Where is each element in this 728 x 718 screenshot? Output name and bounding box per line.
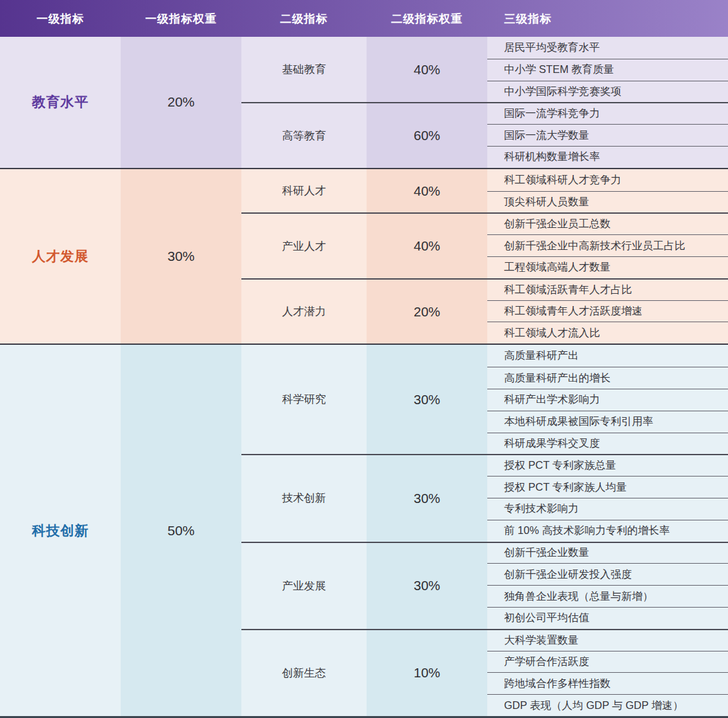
level2-name-cell: 技术创新 bbox=[241, 454, 367, 541]
level3-item-cell: 高质量科研产出的增长 bbox=[487, 367, 728, 389]
level3-item-cell: 国际一流学科竞争力 bbox=[487, 102, 728, 124]
level2-name-cell: 高等教育 bbox=[241, 102, 367, 167]
level2-name-cell: 人才潜力 bbox=[241, 278, 367, 344]
level3-item-cell: 独角兽企业表现（总量与新增） bbox=[487, 585, 728, 607]
level3-item-cell: 高质量科研产出 bbox=[487, 345, 728, 367]
table-body: 教育水平20%基础教育40%居民平均受教育水平中小学 STEM 教育质量中小学国… bbox=[0, 37, 728, 718]
level3-item-cell: 工程领域高端人才数量 bbox=[487, 256, 728, 278]
level1-name-cell: 人才发展 bbox=[0, 169, 121, 344]
level2-name-cell: 创新生态 bbox=[241, 629, 367, 716]
section-3: 科技创新50%科学研究30%高质量科研产出高质量科研产出的增长科研产出学术影响力… bbox=[0, 344, 728, 716]
level1-name-cell: 科技创新 bbox=[0, 345, 121, 716]
level2-name-cell: 科研人才 bbox=[241, 169, 367, 213]
header-col-level2-weight: 二级指标权重 bbox=[367, 11, 487, 26]
level3-item-cell: 初创公司平均估值 bbox=[487, 607, 728, 629]
level1-name-cell: 教育水平 bbox=[0, 37, 121, 168]
level3-item-cell: 顶尖科研人员数量 bbox=[487, 191, 728, 213]
level2-weight-cell: 40% bbox=[367, 212, 487, 278]
level2-name-cell: 产业发展 bbox=[241, 542, 367, 629]
level2-weight-cell: 10% bbox=[367, 629, 487, 716]
level2-weight-cell: 30% bbox=[367, 542, 487, 629]
level3-item-cell: 居民平均受教育水平 bbox=[487, 37, 728, 59]
level2-weight-cell: 40% bbox=[367, 169, 487, 213]
level3-item-cell: 创新千强企业中高新技术行业员工占比 bbox=[487, 234, 728, 256]
section-1: 教育水平20%基础教育40%居民平均受教育水平中小学 STEM 教育质量中小学国… bbox=[0, 37, 728, 168]
section-2: 人才发展30%科研人才40%科工领域科研人才竞争力顶尖科研人员数量产业人才40%… bbox=[0, 168, 728, 344]
level1-weight-cell: 20% bbox=[121, 37, 241, 168]
level2-name-cell: 基础教育 bbox=[241, 37, 367, 102]
level2-weight-cell: 60% bbox=[367, 102, 487, 167]
level3-item-cell: 创新千强企业研发投入强度 bbox=[487, 563, 728, 585]
level3-item-cell: 科研产出学术影响力 bbox=[487, 389, 728, 411]
level2-weight-cell: 40% bbox=[367, 37, 487, 102]
level3-item-cell: 大科学装置数量 bbox=[487, 629, 728, 651]
level3-item-cell: 科工领域活跃青年人才占比 bbox=[487, 278, 728, 300]
level3-item-cell: 跨地域合作多样性指数 bbox=[487, 672, 728, 694]
level3-item-cell: 授权 PCT 专利家族总量 bbox=[487, 454, 728, 476]
level1-weight-cell: 50% bbox=[121, 345, 241, 716]
level3-item-cell: 国际一流大学数量 bbox=[487, 124, 728, 146]
level3-item-cell: 授权 PCT 专利家族人均量 bbox=[487, 476, 728, 498]
level3-item-cell: 中小学国际科学竞赛奖项 bbox=[487, 81, 728, 103]
level3-item-cell: 专利技术影响力 bbox=[487, 498, 728, 520]
level3-item-cell: 科工领域青年人才活跃度增速 bbox=[487, 300, 728, 322]
header-col-level1-weight: 一级指标权重 bbox=[121, 11, 241, 26]
level3-item-cell: 前 10% 高技术影响力专利的增长率 bbox=[487, 520, 728, 542]
level2-weight-cell: 30% bbox=[367, 345, 487, 454]
header-col-level1: 一级指标 bbox=[0, 11, 121, 26]
level3-item-cell: 创新千强企业数量 bbox=[487, 542, 728, 564]
level2-weight-cell: 30% bbox=[367, 454, 487, 541]
level3-item-cell: 产学研合作活跃度 bbox=[487, 651, 728, 673]
level2-name-cell: 产业人才 bbox=[241, 212, 367, 278]
level3-item-cell: 科工领域人才流入比 bbox=[487, 322, 728, 344]
level3-item-cell: GDP 表现（人均 GDP 与 GDP 增速） bbox=[487, 694, 728, 716]
level1-weight-cell: 30% bbox=[121, 169, 241, 344]
indicator-weight-table: 一级指标 一级指标权重 二级指标 二级指标权重 三级指标 教育水平20%基础教育… bbox=[0, 0, 728, 718]
level3-item-cell: 本地科研成果被国际专利引用率 bbox=[487, 411, 728, 433]
level3-item-cell: 创新千强企业员工总数 bbox=[487, 212, 728, 234]
header-col-level3: 三级指标 bbox=[487, 11, 728, 26]
level2-weight-cell: 20% bbox=[367, 278, 487, 344]
level3-item-cell: 中小学 STEM 教育质量 bbox=[487, 59, 728, 81]
header-col-level2: 二级指标 bbox=[241, 11, 367, 26]
level2-name-cell: 科学研究 bbox=[241, 345, 367, 454]
level3-item-cell: 科工领域科研人才竞争力 bbox=[487, 169, 728, 191]
level3-item-cell: 科研机构数量增长率 bbox=[487, 146, 728, 168]
table-header-row: 一级指标 一级指标权重 二级指标 二级指标权重 三级指标 bbox=[0, 0, 728, 37]
level3-item-cell: 科研成果学科交叉度 bbox=[487, 433, 728, 455]
